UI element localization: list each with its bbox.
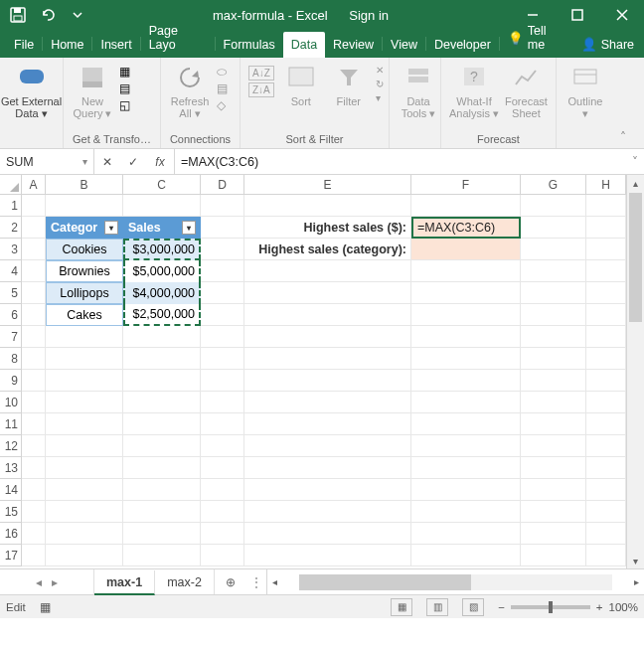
table-cell[interactable]: $3,000,000 — [123, 239, 201, 260]
vertical-scrollbar[interactable]: ▴ ▾ — [626, 175, 644, 568]
outline-button[interactable]: Outline ▾ — [564, 62, 606, 119]
row-header[interactable]: 7 — [0, 326, 22, 348]
cell[interactable] — [201, 217, 244, 239]
cell[interactable] — [521, 501, 586, 523]
row-header[interactable]: 15 — [0, 501, 22, 523]
row-header[interactable]: 6 — [0, 304, 22, 326]
tab-insert[interactable]: Insert — [92, 32, 139, 58]
cell[interactable] — [411, 545, 521, 566]
sheet-nav[interactable]: ◂▸ — [0, 569, 94, 594]
cell[interactable] — [521, 282, 586, 304]
cell[interactable] — [521, 479, 586, 501]
expand-formula-bar-icon[interactable]: ˅ — [626, 149, 644, 174]
cell[interactable] — [201, 435, 244, 457]
cell[interactable] — [586, 392, 626, 413]
cell[interactable] — [46, 370, 123, 392]
column-header[interactable]: C — [123, 175, 201, 195]
cell[interactable] — [586, 195, 626, 217]
sort-az-icon[interactable]: A↓Z — [248, 66, 274, 81]
show-queries-icon[interactable]: ▦ — [119, 65, 130, 79]
column-header[interactable]: H — [586, 175, 626, 195]
row-header[interactable]: 12 — [0, 435, 22, 457]
table-cell[interactable]: $5,000,000 — [123, 260, 201, 282]
cell[interactable] — [521, 217, 586, 239]
cell[interactable] — [22, 457, 46, 479]
table-cell[interactable]: Lollipops — [46, 282, 123, 304]
cell[interactable] — [46, 195, 123, 217]
zoom-level[interactable]: 100% — [609, 601, 638, 613]
row-header[interactable]: 17 — [0, 545, 22, 566]
sign-in-link[interactable]: Sign in — [349, 8, 389, 23]
cell[interactable] — [22, 326, 46, 348]
cell[interactable] — [521, 370, 586, 392]
formula-input[interactable]: =MAX(C3:C6) — [175, 149, 626, 174]
next-sheet-icon[interactable]: ▸ — [52, 575, 58, 589]
cell[interactable] — [586, 348, 626, 370]
normal-view-button[interactable]: ▦ — [391, 598, 412, 616]
cell[interactable] — [244, 413, 411, 435]
cell[interactable] — [123, 479, 201, 501]
cell[interactable] — [22, 479, 46, 501]
cell[interactable] — [46, 501, 123, 523]
row-header[interactable]: 13 — [0, 457, 22, 479]
sheet-tab[interactable]: max-2 — [155, 569, 215, 594]
cell[interactable] — [586, 282, 626, 304]
cell[interactable] — [586, 435, 626, 457]
reapply-icon[interactable]: ↻ — [376, 79, 384, 89]
cell[interactable] — [411, 304, 521, 326]
cell[interactable] — [244, 370, 411, 392]
cell[interactable] — [46, 392, 123, 413]
column-header[interactable]: E — [244, 175, 411, 195]
prev-sheet-icon[interactable]: ◂ — [36, 575, 42, 589]
cell[interactable] — [201, 304, 244, 326]
get-external-data-button[interactable]: Get External Data ▾ — [8, 62, 55, 119]
cell-editing[interactable]: =MAX(C3:C6) — [411, 217, 521, 239]
row-header[interactable]: 4 — [0, 260, 22, 282]
cell[interactable] — [46, 457, 123, 479]
tab-data[interactable]: Data — [283, 32, 325, 58]
cell[interactable] — [586, 239, 626, 260]
worksheet-grid[interactable]: A B C D E F G H 1 2 Categor▾ Sales▾ High… — [0, 175, 644, 568]
cell[interactable] — [22, 348, 46, 370]
cell[interactable] — [586, 304, 626, 326]
column-header[interactable]: B — [46, 175, 123, 195]
cell[interactable] — [46, 479, 123, 501]
cell[interactable] — [123, 348, 201, 370]
column-header[interactable]: G — [521, 175, 586, 195]
filter-dropdown-icon[interactable]: ▾ — [182, 221, 196, 235]
cell[interactable] — [22, 282, 46, 304]
cell[interactable] — [22, 392, 46, 413]
cell[interactable] — [201, 348, 244, 370]
share-button[interactable]: 👤Share — [573, 31, 644, 58]
page-layout-view-button[interactable]: ▥ — [426, 598, 448, 616]
table-header-cell[interactable]: Sales▾ — [123, 217, 201, 239]
cell[interactable] — [521, 435, 586, 457]
cell[interactable] — [411, 195, 521, 217]
cell[interactable] — [244, 304, 411, 326]
cell[interactable] — [521, 457, 586, 479]
cell[interactable] — [22, 413, 46, 435]
cell[interactable] — [22, 195, 46, 217]
cell[interactable] — [46, 348, 123, 370]
column-header[interactable]: A — [22, 175, 46, 195]
add-sheet-button[interactable]: ⊕ — [215, 569, 246, 594]
scroll-thumb[interactable] — [629, 193, 642, 322]
cell[interactable] — [586, 326, 626, 348]
cell[interactable] — [244, 545, 411, 566]
whatif-analysis-button[interactable]: ?What-If Analysis ▾ — [449, 62, 499, 119]
cell[interactable] — [201, 457, 244, 479]
cell[interactable] — [123, 195, 201, 217]
cell[interactable] — [201, 413, 244, 435]
tab-file[interactable]: File — [6, 32, 42, 58]
cell[interactable] — [586, 545, 626, 566]
sort-za-icon[interactable]: Z↓A — [248, 82, 274, 97]
cell[interactable] — [123, 392, 201, 413]
tab-formulas[interactable]: Formulas — [216, 32, 283, 58]
undo-icon[interactable] — [34, 1, 62, 29]
cell[interactable] — [586, 217, 626, 239]
cell[interactable] — [244, 260, 411, 282]
column-header[interactable]: F — [411, 175, 521, 195]
cell[interactable] — [46, 545, 123, 566]
cell[interactable] — [411, 501, 521, 523]
cell[interactable] — [22, 304, 46, 326]
